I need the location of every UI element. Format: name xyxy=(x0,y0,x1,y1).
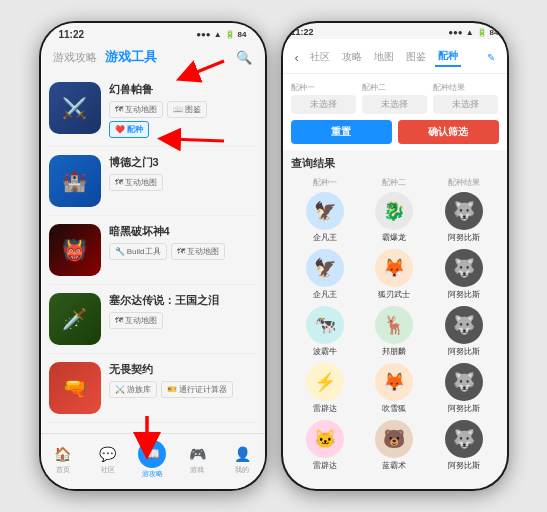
header-tabs: 游戏攻略 游戏工具 xyxy=(53,46,157,68)
result-row-3: 🐄 波霸牛 🦌 邦朋麟 🐺 阿努比斯 xyxy=(291,306,499,357)
pokemon-name-3-1: 波霸牛 xyxy=(313,346,337,357)
signal-icon: ●●● xyxy=(196,30,211,39)
result-col-3-3: 🐺 阿努比斯 xyxy=(429,306,498,357)
tag-pass[interactable]: 🎫 通行证计算器 xyxy=(161,381,233,398)
results-header-result: 配种结果 xyxy=(429,177,498,188)
right-battery-level: 84 xyxy=(490,28,499,37)
confirm-button[interactable]: 确认筛选 xyxy=(398,120,499,144)
right-app-header: ‹ 社区 攻略 地图 图鉴 配种 ✎ xyxy=(283,39,507,74)
result-col-3-1: 🐄 波霸牛 xyxy=(291,306,360,357)
left-time: 11:22 xyxy=(59,29,85,40)
breed-select-3[interactable]: 未选择 xyxy=(433,95,498,114)
tag-build[interactable]: 🔧 Build工具 xyxy=(109,243,167,260)
pokemon-avatar-4-3: 🐺 xyxy=(445,363,483,401)
pokemon-name-1-2: 霸爆龙 xyxy=(382,232,406,243)
pokemon-name-5-1: 雷辟达 xyxy=(313,460,337,471)
pokemon-name-2-1: 企凡王 xyxy=(313,289,337,300)
result-row-5: 🐱 雷辟达 🐻 蓝霸术 🐺 阿努比斯 xyxy=(291,420,499,471)
nav-home[interactable]: 🏠 首页 xyxy=(45,444,81,475)
breed-select-1[interactable]: 未选择 xyxy=(291,95,356,114)
nav-guide[interactable]: 📖 游攻略 xyxy=(134,440,170,479)
game-title-palworld: 幻兽帕鲁 xyxy=(109,82,257,97)
game-tags-valorant: ⚔️ 游族库 🎫 通行证计算器 xyxy=(109,381,257,398)
left-status-bar: 11:22 ●●● ▲ 🔋 84 xyxy=(41,23,265,42)
battery-level: 84 xyxy=(238,30,247,39)
game-title-valorant: 无畏契约 xyxy=(109,362,257,377)
game-item-palworld[interactable]: ⚔️ 幻兽帕鲁 🗺 互动地图 📖 图鉴 ❤️ 配种 xyxy=(49,74,257,147)
pokemon-avatar-3-1: 🐄 xyxy=(306,306,344,344)
left-phone: 11:22 ●●● ▲ 🔋 84 游戏攻略 游戏工具 🔍 xyxy=(39,21,267,491)
tab-guide-right[interactable]: 攻略 xyxy=(339,48,365,66)
breed-label-3: 配种结果 xyxy=(433,82,498,93)
nav-guide-label: 游攻略 xyxy=(142,469,163,479)
pokemon-avatar-2-3: 🐺 xyxy=(445,249,483,287)
bottom-nav: 🏠 首页 💬 社区 📖 游攻略 🎮 游戏 👤 我的 xyxy=(41,433,265,489)
breeding-panel: 配种一 未选择 配种二 未选择 配种结果 未选择 重置 确认筛选 xyxy=(283,74,507,150)
result-col-2-3: 🐺 阿努比斯 xyxy=(429,249,498,300)
game-thumb-diablo: 👹 xyxy=(49,224,101,276)
pokemon-name-4-2: 吹雪狐 xyxy=(382,403,406,414)
tab-social[interactable]: 社区 xyxy=(307,48,333,66)
back-icon[interactable]: ‹ xyxy=(295,50,299,65)
main-container: 11:22 ●●● ▲ 🔋 84 游戏攻略 游戏工具 🔍 xyxy=(0,0,547,512)
pokemon-avatar-1-3: 🐺 xyxy=(445,192,483,230)
results-section: 查询结果 配种一 配种二 配种结果 🦅 企凡王 🐉 霸爆龙 xyxy=(283,150,507,489)
nav-profile-label: 我的 xyxy=(235,465,249,475)
game-item-zelda[interactable]: 🗡️ 塞尔达传说：王国之泪 🗺 互动地图 xyxy=(49,285,257,354)
breed-label-1: 配种一 xyxy=(291,82,356,93)
search-button[interactable]: 🔍 xyxy=(235,48,253,66)
pokemon-avatar-5-3: 🐺 xyxy=(445,420,483,458)
game-tags-palworld-2: ❤️ 配种 xyxy=(109,121,257,138)
tab-tools[interactable]: 游戏工具 xyxy=(105,46,157,68)
tag-breed[interactable]: ❤️ 配种 xyxy=(109,121,149,138)
results-header-breed2: 配种二 xyxy=(360,177,429,188)
tab-breed[interactable]: 配种 xyxy=(435,47,461,67)
game-info-valorant: 无畏契约 ⚔️ 游族库 🎫 通行证计算器 xyxy=(109,362,257,398)
home-icon: 🏠 xyxy=(53,444,73,464)
tag-dex1[interactable]: 📖 图鉴 xyxy=(167,101,207,118)
game-item-diablo[interactable]: 👹 暗黑破坏神4 🔧 Build工具 🗺 互动地图 xyxy=(49,216,257,285)
profile-icon: 👤 xyxy=(232,444,252,464)
tag-map-zelda[interactable]: 🗺 互动地图 xyxy=(109,312,163,329)
game-info-zelda: 塞尔达传说：王国之泪 🗺 互动地图 xyxy=(109,293,257,329)
edit-icon[interactable]: ✎ xyxy=(487,52,495,63)
tab-guide[interactable]: 游戏攻略 xyxy=(53,48,97,67)
result-col-5-1: 🐱 雷辟达 xyxy=(291,420,360,471)
tab-dex[interactable]: 图鉴 xyxy=(403,48,429,66)
breed-select-2[interactable]: 未选择 xyxy=(362,95,427,114)
tag-map-diablo[interactable]: 🗺 互动地图 xyxy=(171,243,225,260)
pokemon-avatar-5-2: 🐻 xyxy=(375,420,413,458)
pokemon-name-2-2: 狐刃武士 xyxy=(378,289,410,300)
game-item-bg3[interactable]: 🏰 博德之门3 🗺 互动地图 xyxy=(49,147,257,216)
result-col-4-2: 🦊 吹雪狐 xyxy=(360,363,429,414)
breed-col-1: 配种一 未选择 xyxy=(291,82,356,114)
breed-btn-row: 重置 确认筛选 xyxy=(291,120,499,144)
nav-profile[interactable]: 👤 我的 xyxy=(224,444,260,475)
result-col-1-3: 🐺 阿努比斯 xyxy=(429,192,498,243)
nav-games-label: 游戏 xyxy=(190,465,204,475)
pokemon-avatar-2-2: 🦊 xyxy=(375,249,413,287)
pokemon-avatar-1-1: 🦅 xyxy=(306,192,344,230)
game-tags-diablo: 🔧 Build工具 🗺 互动地图 xyxy=(109,243,257,260)
games-icon: 🎮 xyxy=(187,444,207,464)
tag-map1[interactable]: 🗺 互动地图 xyxy=(109,101,163,118)
pokemon-name-4-3: 阿努比斯 xyxy=(448,403,480,414)
nav-community[interactable]: 💬 社区 xyxy=(90,444,126,475)
result-col-3-2: 🦌 邦朋麟 xyxy=(360,306,429,357)
game-thumb-bg3: 🏰 xyxy=(49,155,101,207)
tab-map[interactable]: 地图 xyxy=(371,48,397,66)
game-tags-zelda: 🗺 互动地图 xyxy=(109,312,257,329)
game-info-palworld: 幻兽帕鲁 🗺 互动地图 📖 图鉴 ❤️ 配种 xyxy=(109,82,257,138)
game-item-valorant[interactable]: 🔫 无畏契约 ⚔️ 游族库 🎫 通行证计算器 xyxy=(49,354,257,423)
nav-games[interactable]: 🎮 游戏 xyxy=(179,444,215,475)
right-wifi: ▲ xyxy=(466,28,474,37)
pokemon-name-3-3: 阿努比斯 xyxy=(448,346,480,357)
nav-home-label: 首页 xyxy=(56,465,70,475)
right-status-bar: 11:22 ●●● ▲ 🔋 84 xyxy=(283,23,507,39)
reset-button[interactable]: 重置 xyxy=(291,120,392,144)
pokemon-name-1-3: 阿努比斯 xyxy=(448,232,480,243)
pokemon-name-1-1: 企凡王 xyxy=(313,232,337,243)
results-title: 查询结果 xyxy=(291,156,499,171)
tag-map-bg3[interactable]: 🗺 互动地图 xyxy=(109,174,163,191)
tag-tribe[interactable]: ⚔️ 游族库 xyxy=(109,381,157,398)
